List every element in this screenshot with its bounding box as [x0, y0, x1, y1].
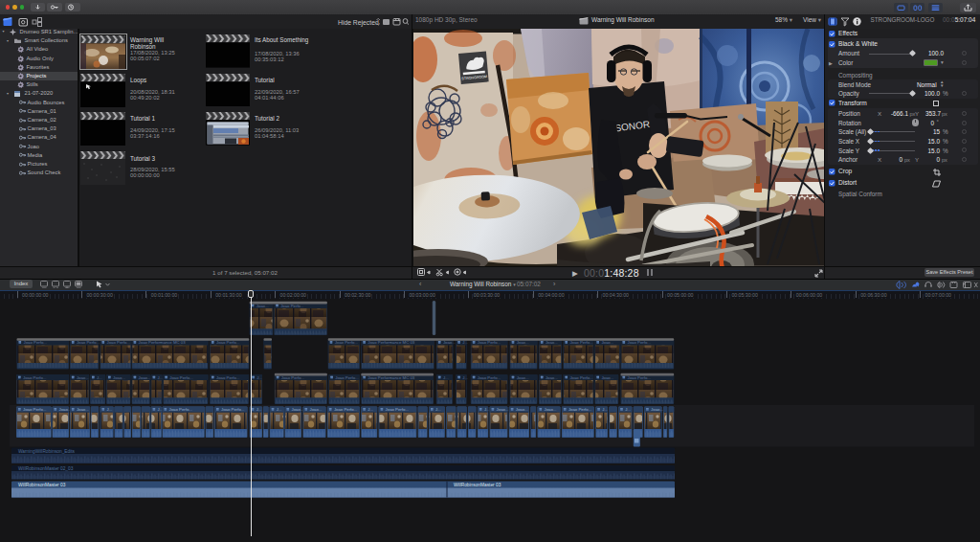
svg-text:Joao Perfo...: Joao Perfo... — [335, 340, 358, 345]
svg-text:Joao Perfo...: Joao Perfo... — [107, 340, 130, 345]
svg-text:Joao Perfo...: Joao Perfo... — [386, 407, 409, 412]
svg-text:Joao...: Joao... — [516, 407, 528, 412]
svg-text:Joao Perfo...: Joao Perfo... — [478, 375, 501, 380]
svg-text:J...: J... — [107, 407, 113, 412]
svg-text:Joao...: Joao... — [77, 407, 89, 412]
svg-text:Joao...: Joao... — [443, 340, 456, 345]
svg-text:Joao Perfo...: Joao Perfo... — [77, 340, 100, 345]
svg-text:Joao Perfo...: Joao Perfo... — [216, 375, 239, 380]
svg-text:Joao...: Joao... — [601, 340, 613, 345]
svg-text:J...: J... — [368, 407, 373, 412]
svg-text:J...: J... — [97, 375, 102, 380]
svg-text:Joao...: Joao... — [497, 407, 509, 412]
svg-text:Joao...: Joao... — [517, 340, 529, 345]
svg-text:Joao Perfo...: Joao Perfo... — [221, 407, 244, 412]
svg-text:Joao Performance MC 03: Joao Performance MC 03 — [368, 340, 415, 345]
svg-text:J...: J... — [277, 407, 282, 412]
svg-text:Joao Perfo...: Joao Perfo... — [334, 407, 357, 412]
svg-text:Joao...: Joao... — [546, 340, 558, 345]
svg-text:J...: J... — [158, 407, 164, 412]
svg-text:Joao...: Joao... — [601, 375, 613, 380]
svg-text:Joao...: Joao... — [77, 375, 89, 380]
svg-text:Joao...: Joao... — [292, 407, 304, 412]
svg-text:Joao...: Joao... — [59, 407, 72, 412]
svg-text:Joao Perfo...: Joao Perfo... — [569, 375, 592, 380]
svg-text:WillRobinsonMaster 03: WillRobinsonMaster 03 — [18, 483, 66, 487]
svg-text:Joao Perfo...: Joao Perfo... — [335, 375, 358, 380]
svg-text:WarningWillRobinson_Edits: WarningWillRobinson_Edits — [18, 449, 76, 454]
svg-text:Joao...: Joao... — [310, 407, 323, 412]
svg-text:J...: J... — [435, 407, 441, 412]
svg-text:J...: J... — [256, 407, 262, 412]
svg-text:Joao Perfo...: Joao Perfo... — [478, 340, 501, 345]
svg-text:Joao...: Joao... — [546, 375, 558, 380]
svg-text:Joao Perfo...: Joao Perfo... — [23, 407, 46, 412]
svg-text:Joao Perfo...: Joao Perfo... — [569, 340, 592, 345]
svg-text:Joao...: Joao... — [545, 407, 557, 412]
svg-text:J...: J... — [256, 375, 262, 380]
svg-text:Joao...: Joao... — [651, 407, 663, 412]
svg-text:Joao...: Joao... — [113, 375, 125, 380]
svg-text:J...: J... — [443, 375, 449, 380]
svg-text:Hide Rejected: Hide Rejected — [338, 18, 379, 26]
svg-text:WillRobinsonMaster 02_03: WillRobinsonMaster 02_03 — [18, 466, 74, 471]
svg-text:J...: J... — [158, 375, 164, 380]
svg-text:J...: J... — [462, 375, 468, 380]
svg-text:Joao...: Joao... — [139, 375, 151, 380]
svg-text:Joao Perfo...: Joao Perfo... — [568, 407, 591, 412]
svg-text:Joao Perfo...: Joao Perfo... — [24, 340, 47, 345]
svg-text:J...: J... — [602, 407, 608, 412]
svg-text:Joao Perfo...: Joao Perfo... — [169, 407, 192, 412]
svg-text:Joao Perfo...: Joao Perfo... — [23, 375, 46, 380]
svg-text:WillRobinsonMaster 03: WillRobinsonMaster 03 — [454, 483, 501, 487]
svg-text:Joao Performance MC 03: Joao Performance MC 03 — [139, 340, 187, 345]
svg-text:Joao Perfo...: Joao Perfo... — [628, 340, 651, 345]
svg-text:Joao Perfo...: Joao Perfo... — [169, 375, 192, 380]
svg-text:Joao...: Joao... — [517, 375, 529, 380]
svg-text:J...: J... — [484, 407, 490, 412]
svg-text:J...: J... — [625, 407, 631, 412]
svg-text:Joao Perfo...: Joao Perfo... — [216, 340, 239, 345]
svg-text:J...: J... — [462, 340, 468, 345]
